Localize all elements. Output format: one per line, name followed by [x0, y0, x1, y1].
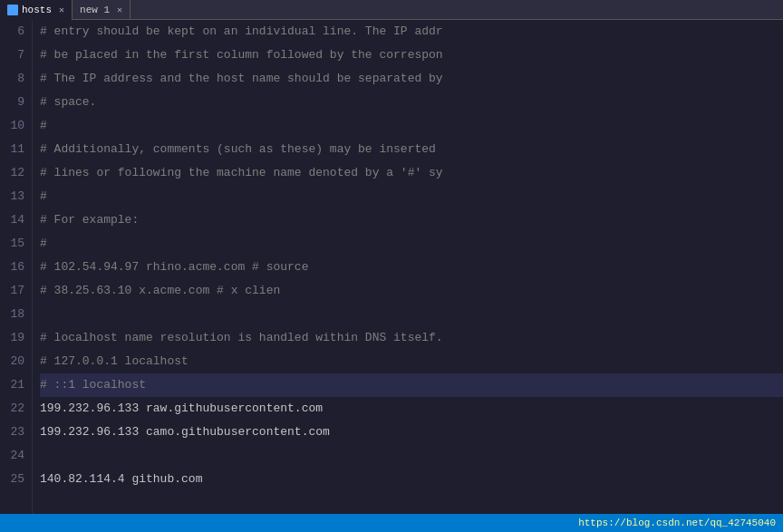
comment-text: # 102.54.94.97 rhino.acme.com # source — [40, 260, 308, 274]
comment-text: # — [40, 237, 47, 250]
line-numbers: 678910111213141516171819202122232425 — [0, 20, 33, 514]
comment-text: # Additionally, comments (such as these)… — [40, 142, 436, 156]
tab-bar: hosts ✕ new 1 ✕ — [0, 0, 783, 20]
line-number: 6 — [7, 20, 24, 44]
code-line: # The IP address and the host name shoul… — [40, 67, 783, 91]
comment-text: # space. — [40, 95, 96, 109]
code-line: 140.82.114.4 github.com — [40, 468, 783, 491]
comment-text: # lines or following the machine name de… — [40, 166, 443, 179]
code-line: # 102.54.94.97 rhino.acme.com # source — [40, 256, 783, 279]
tab-new1-close[interactable]: ✕ — [117, 5, 122, 15]
code-line: # — [40, 185, 783, 208]
line-number: 20 — [7, 350, 24, 373]
code-line: # be placed in the first column followed… — [40, 44, 783, 67]
line-number: 12 — [7, 161, 24, 185]
new1-label: new 1 — [80, 5, 110, 15]
tab-hosts[interactable]: hosts ✕ — [0, 0, 72, 20]
comment-text: # be placed in the first column followed… — [40, 48, 443, 62]
line-number: 14 — [7, 208, 24, 232]
comment-text: # The IP address and the host name shoul… — [40, 72, 443, 85]
tab-new1[interactable]: new 1 ✕ — [72, 0, 130, 20]
tab-hosts-label: hosts — [22, 5, 52, 15]
status-text: https://blog.csdn.net/qq_42745040 — [578, 517, 776, 528]
line-number: 8 — [7, 67, 24, 91]
comment-text: # — [40, 119, 47, 132]
line-number: 7 — [7, 44, 24, 67]
line-number: 15 — [7, 232, 24, 256]
line-number: 16 — [7, 256, 24, 279]
line-number: 22 — [7, 397, 24, 421]
line-number: 21 — [7, 373, 24, 397]
code-line: # entry should be kept on an individual … — [40, 20, 783, 44]
code-text: 199.232.96.133 camo.githubusercontent.co… — [40, 425, 330, 439]
comment-text: # 38.25.63.10 x.acme.com # x clien — [40, 284, 280, 297]
line-number: 17 — [7, 279, 24, 303]
code-content[interactable]: # entry should be kept on an individual … — [33, 20, 783, 514]
comment-text: # entry should be kept on an individual … — [40, 24, 443, 38]
line-number: 13 — [7, 185, 24, 208]
code-line: # For example: — [40, 208, 783, 232]
code-text: 140.82.114.4 github.com — [40, 472, 202, 486]
code-line: # ::1 localhost — [40, 373, 783, 397]
code-line: 199.232.96.133 raw.githubusercontent.com — [40, 397, 783, 421]
comment-text: # ::1 localhost — [40, 378, 146, 392]
line-number: 24 — [7, 444, 24, 468]
comment-text: # — [40, 189, 47, 203]
code-text: 199.232.96.133 raw.githubusercontent.com — [40, 401, 323, 415]
line-number: 10 — [7, 114, 24, 138]
comment-text: # 127.0.0.1 localhost — [40, 354, 188, 368]
status-bar: https://blog.csdn.net/qq_42745040 — [0, 514, 783, 532]
tab-hosts-close[interactable]: ✕ — [59, 5, 64, 15]
hosts-icon — [7, 5, 18, 15]
code-line — [40, 444, 783, 468]
code-line: # localhost name resolution is handled w… — [40, 326, 783, 350]
line-number: 9 — [7, 91, 24, 114]
code-line: # 127.0.0.1 localhost — [40, 350, 783, 373]
line-number: 18 — [7, 303, 24, 326]
code-line: # Additionally, comments (such as these)… — [40, 138, 783, 161]
code-line — [40, 303, 783, 326]
line-number: 25 — [7, 468, 24, 491]
code-line: # space. — [40, 91, 783, 114]
code-line: # — [40, 232, 783, 256]
line-number: 19 — [7, 326, 24, 350]
line-number: 23 — [7, 421, 24, 444]
code-line: # lines or following the machine name de… — [40, 161, 783, 185]
editor-area: 678910111213141516171819202122232425 # e… — [0, 20, 783, 514]
line-number: 11 — [7, 138, 24, 161]
comment-text: # localhost name resolution is handled w… — [40, 331, 443, 344]
code-line: # 38.25.63.10 x.acme.com # x clien — [40, 279, 783, 303]
code-line: # — [40, 114, 783, 138]
code-line: 199.232.96.133 camo.githubusercontent.co… — [40, 421, 783, 444]
comment-text: # For example: — [40, 213, 139, 227]
